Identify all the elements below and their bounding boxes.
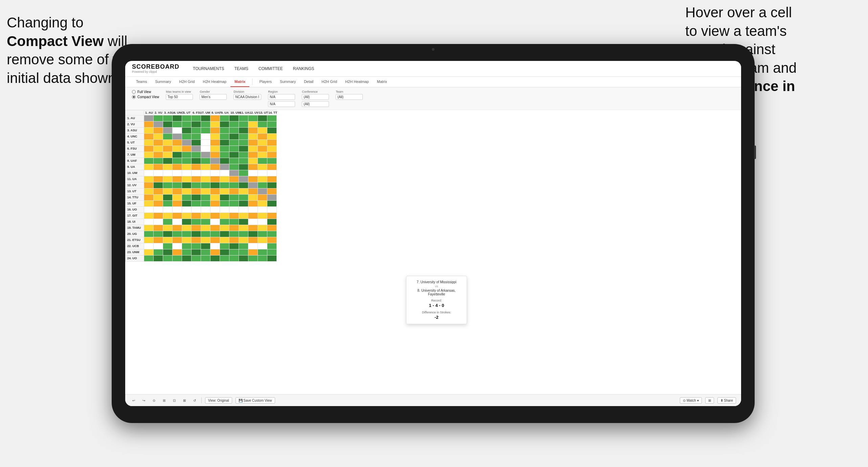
matrix-cell[interactable] xyxy=(192,146,201,152)
matrix-cell[interactable] xyxy=(210,115,220,121)
matrix-cell[interactable] xyxy=(248,194,258,200)
matrix-cell[interactable] xyxy=(210,121,220,127)
matrix-cell[interactable] xyxy=(173,176,182,182)
matrix-cell[interactable] xyxy=(220,170,229,176)
matrix-cell[interactable] xyxy=(239,213,248,219)
matrix-cell[interactable] xyxy=(163,219,173,225)
matrix-cell[interactable] xyxy=(239,164,248,170)
matrix-cell[interactable] xyxy=(154,219,163,225)
matrix-cell[interactable] xyxy=(239,225,248,231)
toolbar-refresh[interactable]: ⊙ xyxy=(151,398,157,403)
matrix-cell[interactable] xyxy=(267,213,277,219)
matrix-cell[interactable] xyxy=(258,164,267,170)
matrix-cell[interactable] xyxy=(258,200,267,206)
matrix-cell[interactable] xyxy=(258,219,267,225)
matrix-cell[interactable] xyxy=(144,225,154,231)
matrix-cell[interactable] xyxy=(154,115,163,121)
matrix-cell[interactable] xyxy=(163,182,173,188)
matrix-cell[interactable] xyxy=(267,121,277,127)
matrix-cell[interactable] xyxy=(229,115,239,121)
matrix-cell[interactable] xyxy=(201,200,210,206)
matrix-cell[interactable] xyxy=(267,170,277,176)
matrix-cell[interactable] xyxy=(173,139,182,146)
matrix-cell[interactable] xyxy=(192,121,201,127)
matrix-cell[interactable] xyxy=(267,152,277,158)
matrix-cell[interactable] xyxy=(144,206,154,213)
matrix-cell[interactable] xyxy=(192,255,201,261)
matrix-cell[interactable] xyxy=(220,206,229,213)
matrix-cell[interactable] xyxy=(229,164,239,170)
matrix-cell[interactable] xyxy=(154,121,163,127)
matrix-cell[interactable] xyxy=(229,243,239,249)
matrix-cell[interactable] xyxy=(210,139,220,146)
matrix-cell[interactable] xyxy=(220,158,229,164)
matrix-cell[interactable] xyxy=(248,219,258,225)
matrix-cell[interactable] xyxy=(267,176,277,182)
matrix-cell[interactable] xyxy=(248,206,258,213)
matrix-cell[interactable] xyxy=(239,206,248,213)
matrix-cell[interactable] xyxy=(144,133,154,139)
matrix-cell[interactable] xyxy=(173,127,182,133)
matrix-cell[interactable] xyxy=(154,243,163,249)
matrix-cell[interactable] xyxy=(182,225,192,231)
matrix-cell[interactable] xyxy=(192,249,201,255)
matrix-cell[interactable] xyxy=(192,219,201,225)
matrix-cell[interactable] xyxy=(173,243,182,249)
matrix-cell[interactable] xyxy=(258,249,267,255)
matrix-cell[interactable] xyxy=(210,188,220,194)
matrix-cell[interactable] xyxy=(192,200,201,206)
matrix-cell[interactable] xyxy=(239,194,248,200)
matrix-cell[interactable] xyxy=(248,115,258,121)
matrix-cell[interactable] xyxy=(144,121,154,127)
matrix-cell[interactable] xyxy=(163,249,173,255)
matrix-cell[interactable] xyxy=(248,146,258,152)
matrix-cell[interactable] xyxy=(267,133,277,139)
matrix-cell[interactable] xyxy=(210,206,220,213)
tab-summary[interactable]: Summary xyxy=(151,77,175,87)
matrix-cell[interactable] xyxy=(229,121,239,127)
matrix-cell[interactable] xyxy=(220,200,229,206)
matrix-cell[interactable] xyxy=(258,194,267,200)
matrix-cell[interactable] xyxy=(258,152,267,158)
matrix-cell[interactable] xyxy=(192,170,201,176)
matrix-cell[interactable] xyxy=(163,225,173,231)
matrix-cell[interactable] xyxy=(239,231,248,237)
matrix-cell[interactable] xyxy=(144,139,154,146)
matrix-cell[interactable] xyxy=(182,249,192,255)
matrix-cell[interactable] xyxy=(239,200,248,206)
matrix-cell[interactable] xyxy=(173,249,182,255)
matrix-cell[interactable] xyxy=(220,121,229,127)
filter-region-select2[interactable]: N/A xyxy=(268,101,295,107)
filter-conference-select2[interactable]: (All) xyxy=(302,101,329,107)
matrix-cell[interactable] xyxy=(248,255,258,261)
matrix-cell[interactable] xyxy=(210,133,220,139)
matrix-cell[interactable] xyxy=(182,158,192,164)
matrix-cell[interactable] xyxy=(173,121,182,127)
matrix-cell[interactable] xyxy=(239,219,248,225)
tab-h2h-heatmap[interactable]: H2H Heatmap xyxy=(199,77,230,87)
matrix-cell[interactable] xyxy=(248,139,258,146)
matrix-cell[interactable] xyxy=(267,194,277,200)
tab-players-h2h-heatmap[interactable]: H2H Heatmap xyxy=(341,77,373,87)
matrix-cell[interactable] xyxy=(258,237,267,243)
matrix-cell[interactable] xyxy=(220,176,229,182)
matrix-cell[interactable] xyxy=(173,152,182,158)
matrix-cell[interactable] xyxy=(229,200,239,206)
matrix-cell[interactable] xyxy=(248,152,258,158)
matrix-cell[interactable] xyxy=(201,255,210,261)
nav-tournaments[interactable]: TOURNAMENTS xyxy=(193,65,224,72)
toolbar-collapse[interactable]: ⊡ xyxy=(171,398,178,403)
matrix-cell[interactable] xyxy=(173,146,182,152)
matrix-cell[interactable] xyxy=(248,243,258,249)
matrix-cell[interactable] xyxy=(154,255,163,261)
matrix-cell[interactable] xyxy=(210,158,220,164)
matrix-cell[interactable] xyxy=(248,127,258,133)
matrix-cell[interactable] xyxy=(144,152,154,158)
matrix-cell[interactable] xyxy=(192,133,201,139)
matrix-cell[interactable] xyxy=(201,139,210,146)
matrix-cell[interactable] xyxy=(192,115,201,121)
matrix-cell[interactable] xyxy=(192,231,201,237)
matrix-cell[interactable] xyxy=(239,255,248,261)
matrix-cell[interactable] xyxy=(220,182,229,188)
matrix-cell[interactable] xyxy=(201,219,210,225)
